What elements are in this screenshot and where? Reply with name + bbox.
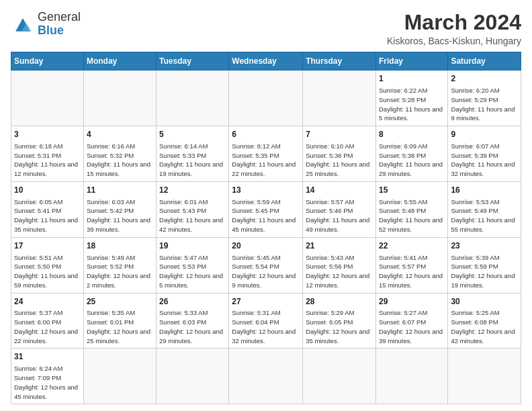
calendar-cell: 8Sunrise: 6:09 AM Sunset: 5:38 PM Daylig…: [375, 126, 447, 182]
day-number: 30: [451, 296, 518, 308]
day-number: 1: [379, 73, 445, 85]
calendar-cell: 5Sunrise: 6:14 AM Sunset: 5:33 PM Daylig…: [157, 126, 229, 182]
day-info: Sunrise: 5:31 AM Sunset: 6:04 PM Dayligh…: [232, 308, 300, 345]
calendar-cell: [375, 349, 447, 404]
day-info: Sunrise: 5:55 AM Sunset: 5:48 PM Dayligh…: [379, 197, 445, 234]
calendar-cell: [303, 349, 376, 404]
calendar-week-3: 10Sunrise: 6:05 AM Sunset: 5:41 PM Dayli…: [11, 181, 521, 237]
weekday-header-wednesday: Wednesday: [229, 52, 303, 71]
day-info: Sunrise: 5:49 AM Sunset: 5:52 PM Dayligh…: [87, 253, 153, 290]
day-number: 11: [87, 185, 153, 196]
day-info: Sunrise: 6:05 AM Sunset: 5:41 PM Dayligh…: [14, 197, 81, 234]
day-info: Sunrise: 6:14 AM Sunset: 5:33 PM Dayligh…: [159, 142, 226, 179]
calendar-cell: 1Sunrise: 6:22 AM Sunset: 5:28 PM Daylig…: [375, 71, 447, 126]
calendar-week-6: 31Sunrise: 6:24 AM Sunset: 7:09 PM Dayli…: [11, 349, 521, 404]
weekday-header-saturday: Saturday: [448, 52, 521, 71]
calendar-cell: 12Sunrise: 6:01 AM Sunset: 5:43 PM Dayli…: [157, 181, 229, 237]
calendar-cell: 9Sunrise: 6:07 AM Sunset: 5:39 PM Daylig…: [448, 126, 521, 182]
month-year-title: March 2024: [387, 11, 521, 34]
calendar-cell: 24Sunrise: 5:37 AM Sunset: 6:00 PM Dayli…: [11, 293, 84, 349]
general-blue-icon: [11, 12, 35, 36]
calendar-cell: 30Sunrise: 5:25 AM Sunset: 6:08 PM Dayli…: [448, 293, 521, 349]
calendar-cell: 20Sunrise: 5:45 AM Sunset: 5:54 PM Dayli…: [229, 237, 303, 293]
day-info: Sunrise: 6:09 AM Sunset: 5:38 PM Dayligh…: [379, 142, 445, 179]
calendar-cell: [448, 349, 521, 404]
day-number: 5: [159, 129, 226, 140]
calendar-cell: 26Sunrise: 5:33 AM Sunset: 6:03 PM Dayli…: [157, 293, 229, 349]
day-info: Sunrise: 5:35 AM Sunset: 6:01 PM Dayligh…: [87, 308, 153, 345]
day-info: Sunrise: 5:57 AM Sunset: 5:46 PM Dayligh…: [306, 197, 373, 234]
day-info: Sunrise: 6:18 AM Sunset: 5:31 PM Dayligh…: [14, 142, 81, 179]
day-info: Sunrise: 6:20 AM Sunset: 5:29 PM Dayligh…: [451, 86, 518, 123]
calendar-cell: 21Sunrise: 5:43 AM Sunset: 5:56 PM Dayli…: [303, 237, 376, 293]
day-info: Sunrise: 6:12 AM Sunset: 5:35 PM Dayligh…: [232, 142, 300, 179]
calendar-cell: [303, 71, 376, 126]
calendar-header: SundayMondayTuesdayWednesdayThursdayFrid…: [11, 52, 521, 71]
day-info: Sunrise: 5:25 AM Sunset: 6:08 PM Dayligh…: [451, 308, 518, 345]
calendar-cell: [83, 349, 156, 404]
calendar-cell: 19Sunrise: 5:47 AM Sunset: 5:53 PM Dayli…: [157, 237, 229, 293]
weekday-header-tuesday: Tuesday: [157, 52, 229, 71]
day-number: 3: [14, 129, 81, 140]
calendar-cell: 15Sunrise: 5:55 AM Sunset: 5:48 PM Dayli…: [375, 181, 447, 237]
day-number: 2: [451, 73, 518, 85]
page-header: General Blue March 2024 Kiskoros, Bacs-K…: [11, 11, 521, 46]
calendar-cell: 29Sunrise: 5:27 AM Sunset: 6:07 PM Dayli…: [375, 293, 447, 349]
day-info: Sunrise: 6:22 AM Sunset: 5:28 PM Dayligh…: [379, 86, 445, 123]
day-info: Sunrise: 5:59 AM Sunset: 5:45 PM Dayligh…: [232, 197, 300, 234]
day-number: 8: [379, 129, 445, 140]
day-info: Sunrise: 6:01 AM Sunset: 5:43 PM Dayligh…: [159, 197, 226, 234]
calendar-cell: 14Sunrise: 5:57 AM Sunset: 5:46 PM Dayli…: [303, 181, 376, 237]
day-info: Sunrise: 5:41 AM Sunset: 5:57 PM Dayligh…: [379, 253, 445, 290]
calendar-cell: 11Sunrise: 6:03 AM Sunset: 5:42 PM Dayli…: [83, 181, 156, 237]
day-info: Sunrise: 6:16 AM Sunset: 5:32 PM Dayligh…: [87, 142, 153, 179]
calendar-cell: 6Sunrise: 6:12 AM Sunset: 5:35 PM Daylig…: [229, 126, 303, 182]
logo-text: General Blue: [38, 11, 81, 38]
calendar-week-4: 17Sunrise: 5:51 AM Sunset: 5:50 PM Dayli…: [11, 237, 521, 293]
calendar-week-1: 1Sunrise: 6:22 AM Sunset: 5:28 PM Daylig…: [11, 71, 521, 126]
calendar-cell: 18Sunrise: 5:49 AM Sunset: 5:52 PM Dayli…: [83, 237, 156, 293]
calendar-cell: 23Sunrise: 5:39 AM Sunset: 5:59 PM Dayli…: [448, 237, 521, 293]
logo: General Blue: [11, 11, 81, 38]
calendar-cell: 31Sunrise: 6:24 AM Sunset: 7:09 PM Dayli…: [11, 349, 84, 404]
calendar-cell: 22Sunrise: 5:41 AM Sunset: 5:57 PM Dayli…: [375, 237, 447, 293]
day-number: 4: [87, 129, 153, 140]
day-info: Sunrise: 5:27 AM Sunset: 6:07 PM Dayligh…: [379, 308, 445, 345]
calendar-cell: [229, 349, 303, 404]
calendar-cell: [83, 71, 156, 126]
weekday-header-sunday: Sunday: [11, 52, 84, 71]
day-info: Sunrise: 6:10 AM Sunset: 5:36 PM Dayligh…: [306, 142, 373, 179]
day-number: 22: [379, 240, 445, 252]
day-info: Sunrise: 5:53 AM Sunset: 5:49 PM Dayligh…: [451, 197, 518, 234]
day-info: Sunrise: 5:43 AM Sunset: 5:56 PM Dayligh…: [306, 253, 373, 290]
day-number: 16: [451, 185, 518, 196]
day-number: 9: [451, 129, 518, 140]
day-number: 13: [232, 185, 300, 196]
day-number: 31: [14, 351, 81, 363]
day-info: Sunrise: 5:51 AM Sunset: 5:50 PM Dayligh…: [14, 253, 81, 290]
calendar-cell: [11, 71, 84, 126]
calendar-cell: 25Sunrise: 5:35 AM Sunset: 6:01 PM Dayli…: [83, 293, 156, 349]
calendar-cell: [229, 71, 303, 126]
weekday-header-thursday: Thursday: [303, 52, 376, 71]
day-info: Sunrise: 5:37 AM Sunset: 6:00 PM Dayligh…: [14, 308, 81, 345]
title-section: March 2024 Kiskoros, Bacs-Kiskun, Hungar…: [387, 11, 521, 46]
day-number: 6: [232, 129, 300, 140]
day-info: Sunrise: 5:47 AM Sunset: 5:53 PM Dayligh…: [159, 253, 226, 290]
day-number: 14: [306, 185, 373, 196]
days-of-week-row: SundayMondayTuesdayWednesdayThursdayFrid…: [11, 52, 521, 71]
calendar-cell: 27Sunrise: 5:31 AM Sunset: 6:04 PM Dayli…: [229, 293, 303, 349]
day-info: Sunrise: 5:29 AM Sunset: 6:05 PM Dayligh…: [306, 308, 373, 345]
day-info: Sunrise: 6:07 AM Sunset: 5:39 PM Dayligh…: [451, 142, 518, 179]
calendar-table: SundayMondayTuesdayWednesdayThursdayFrid…: [11, 52, 521, 404]
day-info: Sunrise: 6:24 AM Sunset: 7:09 PM Dayligh…: [14, 364, 81, 401]
day-number: 19: [159, 240, 226, 252]
day-number: 7: [306, 129, 373, 140]
day-number: 21: [306, 240, 373, 252]
day-number: 12: [159, 185, 226, 196]
day-info: Sunrise: 5:33 AM Sunset: 6:03 PM Dayligh…: [159, 308, 226, 345]
calendar-cell: [157, 349, 229, 404]
calendar-week-5: 24Sunrise: 5:37 AM Sunset: 6:00 PM Dayli…: [11, 293, 521, 349]
calendar-cell: 10Sunrise: 6:05 AM Sunset: 5:41 PM Dayli…: [11, 181, 84, 237]
location-subtitle: Kiskoros, Bacs-Kiskun, Hungary: [387, 36, 521, 46]
